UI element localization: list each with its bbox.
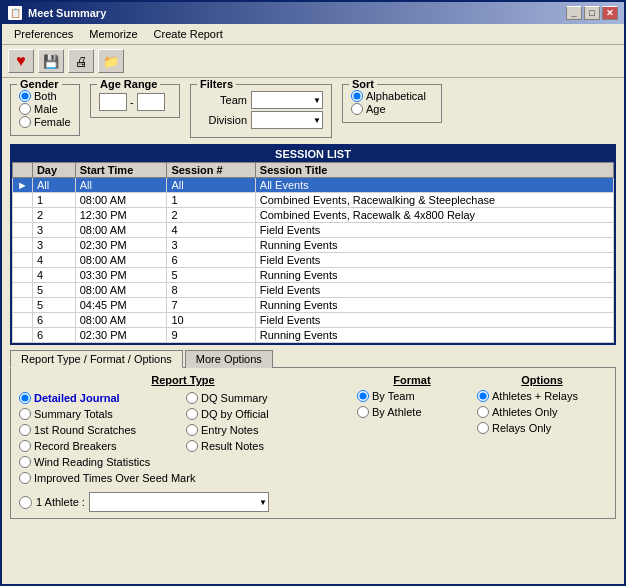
- day-cell: 6: [32, 328, 75, 343]
- gender-both-radio[interactable]: [19, 90, 31, 102]
- report-wind-radio[interactable]: [19, 456, 31, 468]
- options-athletes-only-radio[interactable]: [477, 406, 489, 418]
- session-num-col-header: Session #: [167, 163, 255, 178]
- print-button[interactable]: 🖨: [68, 49, 94, 73]
- report-detailed-radio[interactable]: [19, 392, 31, 404]
- arrow-cell: [13, 208, 33, 223]
- report-type-grid: Detailed Journal DQ Summary Summary Tota…: [19, 390, 347, 486]
- report-entry-notes-radio[interactable]: [186, 424, 198, 436]
- folder-button[interactable]: 📁: [98, 49, 124, 73]
- age-from-input[interactable]: [99, 93, 127, 111]
- division-filter-select[interactable]: [251, 111, 323, 129]
- table-row[interactable]: 308:00 AM4Field Events: [13, 223, 614, 238]
- gender-male-radio[interactable]: [19, 103, 31, 115]
- report-entry-notes: Entry Notes: [186, 424, 347, 436]
- table-row[interactable]: 504:45 PM7Running Events: [13, 298, 614, 313]
- gender-female-label: Female: [34, 116, 71, 128]
- athlete-row: 1 Athlete :: [19, 492, 347, 512]
- title-buttons: _ □ ✕: [566, 6, 618, 20]
- session_num-cell: 5: [167, 268, 255, 283]
- report-improved-times: Improved Times Over Seed Mark: [19, 472, 347, 484]
- format-team-radio[interactable]: [357, 390, 369, 402]
- menu-create-report[interactable]: Create Report: [146, 26, 231, 42]
- team-filter-row: Team: [199, 91, 323, 109]
- title-cell: All Events: [255, 178, 613, 193]
- team-filter-select[interactable]: [251, 91, 323, 109]
- save-button[interactable]: 💾: [38, 49, 64, 73]
- table-row[interactable]: 108:00 AM1Combined Events, Racewalking &…: [13, 193, 614, 208]
- session_num-cell: All: [167, 178, 255, 193]
- day-cell: 5: [32, 298, 75, 313]
- table-row[interactable]: 602:30 PM9Running Events: [13, 328, 614, 343]
- format-team-label: By Team: [372, 390, 415, 402]
- day-cell: 3: [32, 238, 75, 253]
- report-improved-radio[interactable]: [19, 472, 31, 484]
- athlete-select[interactable]: [89, 492, 269, 512]
- start-time-col-header: Start Time: [75, 163, 167, 178]
- window-icon: 📋: [8, 6, 22, 20]
- menu-memorize[interactable]: Memorize: [81, 26, 145, 42]
- start_time-cell: 03:30 PM: [75, 268, 167, 283]
- table-row[interactable]: 408:00 AM6Field Events: [13, 253, 614, 268]
- table-row[interactable]: 508:00 AM8Field Events: [13, 283, 614, 298]
- table-row[interactable]: 403:30 PM5Running Events: [13, 268, 614, 283]
- title-cell: Running Events: [255, 328, 613, 343]
- arrow-cell: [13, 328, 33, 343]
- tab-more-options[interactable]: More Options: [185, 350, 273, 368]
- session-list-header: SESSION LIST: [12, 146, 614, 162]
- sort-age-radio[interactable]: [351, 103, 363, 115]
- report-1st-round-radio[interactable]: [19, 424, 31, 436]
- tab-report-type[interactable]: Report Type / Format / Options: [10, 350, 183, 368]
- start_time-cell: 08:00 AM: [75, 253, 167, 268]
- options-relays-only: Relays Only: [477, 422, 607, 434]
- day-col-header: Day: [32, 163, 75, 178]
- maximize-button[interactable]: □: [584, 6, 600, 20]
- format-athlete-label: By Athlete: [372, 406, 422, 418]
- report-wind-label: Wind Reading Statistics: [34, 456, 150, 468]
- report-dq-official-label: DQ by Official: [201, 408, 269, 420]
- menu-preferences[interactable]: Preferences: [6, 26, 81, 42]
- close-button[interactable]: ✕: [602, 6, 618, 20]
- sort-age-label: Age: [366, 103, 386, 115]
- report-detailed-label: Detailed Journal: [34, 392, 120, 404]
- options-relays-only-radio[interactable]: [477, 422, 489, 434]
- report-summary-radio[interactable]: [19, 408, 31, 420]
- session_num-cell: 3: [167, 238, 255, 253]
- athlete-radio[interactable]: [19, 496, 32, 509]
- title-cell: Running Events: [255, 268, 613, 283]
- filters-label: Filters: [197, 78, 236, 90]
- table-row[interactable]: 212:30 PM2Combined Events, Racewalk & 4x…: [13, 208, 614, 223]
- report-summary-label: Summary Totals: [34, 408, 113, 420]
- title-cell: Field Events: [255, 283, 613, 298]
- title-cell: Running Events: [255, 298, 613, 313]
- report-summary-totals: Summary Totals: [19, 408, 180, 420]
- report-dq-official-radio[interactable]: [186, 408, 198, 420]
- heart-button[interactable]: ♥: [8, 49, 34, 73]
- gender-both-row: Both: [19, 90, 71, 102]
- report-dq-summary-radio[interactable]: [186, 392, 198, 404]
- day-cell: 2: [32, 208, 75, 223]
- gender-group: Gender Both Male Female: [10, 84, 80, 136]
- report-detailed-journal: Detailed Journal: [19, 392, 180, 404]
- table-row[interactable]: 302:30 PM3Running Events: [13, 238, 614, 253]
- start_time-cell: 02:30 PM: [75, 328, 167, 343]
- format-athlete-radio[interactable]: [357, 406, 369, 418]
- table-row[interactable]: ►AllAllAllAll Events: [13, 178, 614, 193]
- age-dash: -: [130, 96, 134, 108]
- gender-female-radio[interactable]: [19, 116, 31, 128]
- report-dq-summary: DQ Summary: [186, 392, 347, 404]
- report-record-radio[interactable]: [19, 440, 31, 452]
- minimize-button[interactable]: _: [566, 6, 582, 20]
- report-type-col: Report Type Detailed Journal DQ Summary: [19, 374, 347, 512]
- session-list-container: SESSION LIST Day Start Time Session # Se…: [10, 144, 616, 345]
- day-cell: All: [32, 178, 75, 193]
- start_time-cell: 04:45 PM: [75, 298, 167, 313]
- options-athletes-relays-radio[interactable]: [477, 390, 489, 402]
- session_num-cell: 6: [167, 253, 255, 268]
- report-result-notes-radio[interactable]: [186, 440, 198, 452]
- session_num-cell: 2: [167, 208, 255, 223]
- sort-alpha-radio[interactable]: [351, 90, 363, 102]
- age-to-input[interactable]: [137, 93, 165, 111]
- report-area: Report Type Detailed Journal DQ Summary: [19, 374, 607, 512]
- table-row[interactable]: 608:00 AM10Field Events: [13, 313, 614, 328]
